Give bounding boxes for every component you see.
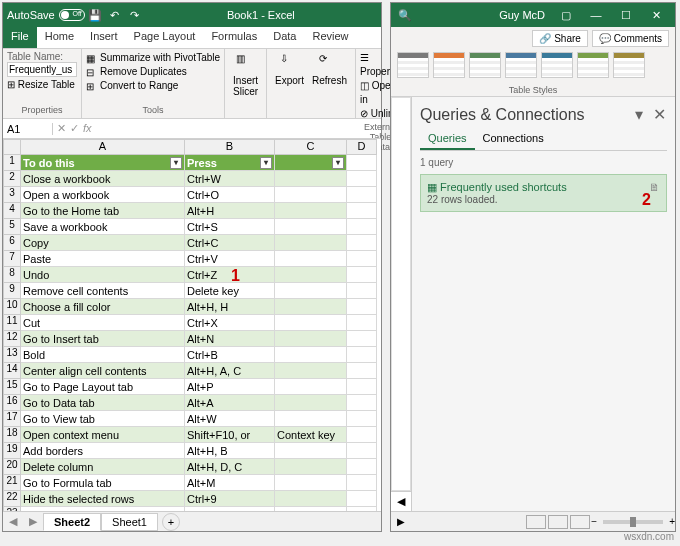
row-header[interactable]: 8 [3,267,21,283]
row-header[interactable]: 14 [3,363,21,379]
cell[interactable] [275,299,347,315]
cell[interactable] [347,459,377,475]
table-header-b[interactable]: Press▾ [185,155,275,171]
cell[interactable]: Center align cell contents [21,363,185,379]
sheet-tab-sheet1[interactable]: Sheet1 [101,513,158,531]
row-header[interactable]: 9 [3,283,21,299]
cell[interactable] [275,219,347,235]
col-header-a[interactable]: A [21,139,185,155]
refresh-button[interactable]: ⟳Refresh [308,51,351,116]
row-header[interactable]: 6 [3,235,21,251]
cell[interactable] [275,251,347,267]
cell[interactable]: Delete column [21,459,185,475]
sheet-tab-sheet2[interactable]: Sheet2 [43,513,101,531]
cell[interactable]: Go to Data tab [21,395,185,411]
table-style-5[interactable] [541,52,573,78]
row-header[interactable]: 20 [3,459,21,475]
cell[interactable]: Ctrl+B [185,347,275,363]
row-header[interactable]: 23 [3,507,21,511]
export-button[interactable]: ⇩Export [271,51,308,116]
cell[interactable]: Ctrl+O [185,187,275,203]
table-style-6[interactable] [577,52,609,78]
zoom-in-button[interactable]: + [669,516,675,527]
add-sheet-button[interactable]: + [162,513,180,531]
summarize-pivot-button[interactable]: ▦Summarize with PivotTable [86,51,220,65]
cell[interactable] [347,411,377,427]
cell[interactable] [275,379,347,395]
col-header-d[interactable]: D [347,139,377,155]
comments-button[interactable]: 💬 Comments [592,30,669,47]
cell[interactable]: Delete key [185,283,275,299]
cell[interactable]: Ctrl+S [185,219,275,235]
cell[interactable]: Add borders [21,443,185,459]
fx-icon[interactable]: fx [83,122,92,135]
cell[interactable]: Hide the selected rows [21,491,185,507]
cell[interactable]: Ctrl+0 [185,507,275,511]
tab-home[interactable]: Home [37,27,82,48]
cell[interactable]: Ctrl+Z [185,267,275,283]
resize-table-button[interactable]: ⊞ Resize Table [7,79,77,90]
redo-icon[interactable]: ↷ [127,7,143,23]
cancel-icon[interactable]: ✕ [57,122,66,135]
qc-tab-connections[interactable]: Connections [475,128,552,150]
cell[interactable]: Context key [275,427,347,443]
user-name[interactable]: Guy McD [493,9,551,21]
col-header-b[interactable]: B [185,139,275,155]
cell[interactable] [275,235,347,251]
cell[interactable]: Go to the Home tab [21,203,185,219]
cell[interactable]: Remove cell contents [21,283,185,299]
cell[interactable] [347,219,377,235]
cell[interactable] [275,187,347,203]
row-header[interactable]: 1 [3,155,21,171]
cell[interactable]: Ctrl+V [185,251,275,267]
view-layout-button[interactable] [548,515,568,529]
cell[interactable]: Alt+A [185,395,275,411]
cell[interactable] [347,443,377,459]
cell[interactable] [347,395,377,411]
cell[interactable]: Go to Page Layout tab [21,379,185,395]
row-header[interactable]: 10 [3,299,21,315]
toggle-off-icon[interactable]: Off [59,9,85,21]
cell[interactable]: Hide the selected columns [21,507,185,511]
col-header-c[interactable]: C [275,139,347,155]
cell[interactable] [347,267,377,283]
cell[interactable] [275,507,347,511]
close-button[interactable]: ✕ [641,3,671,27]
cell[interactable] [347,363,377,379]
cell[interactable]: Alt+H, H [185,299,275,315]
cell[interactable]: Alt+H [185,203,275,219]
cell[interactable] [275,395,347,411]
save-icon[interactable]: 💾 [87,7,103,23]
row-header[interactable]: 18 [3,427,21,443]
row-header[interactable]: 7 [3,251,21,267]
table-styles-gallery[interactable] [391,50,675,84]
tab-review[interactable]: Review [304,27,356,48]
share-button[interactable]: 🔗 Share [532,30,587,47]
cell[interactable] [275,331,347,347]
cell[interactable] [347,203,377,219]
close-panel-icon[interactable]: ✕ [651,105,667,124]
tab-formulas[interactable]: Formulas [203,27,265,48]
cell[interactable] [347,379,377,395]
cell[interactable] [275,203,347,219]
table-header-a[interactable]: To do this▾ [21,155,185,171]
cell[interactable] [275,315,347,331]
table-style-4[interactable] [505,52,537,78]
cell[interactable]: Choose a fill color [21,299,185,315]
cell[interactable]: Go to Formula tab [21,475,185,491]
maximize-button[interactable]: ☐ [611,3,641,27]
row-header[interactable]: 5 [3,219,21,235]
filter-drop-icon[interactable]: ▾ [170,157,182,169]
cell[interactable] [347,171,377,187]
cell[interactable] [347,331,377,347]
cell[interactable]: Alt+P [185,379,275,395]
cell[interactable] [347,155,377,171]
filter-drop-icon[interactable]: ▾ [260,157,272,169]
cell[interactable]: Copy [21,235,185,251]
row-header[interactable]: 2 [3,171,21,187]
cell[interactable]: Alt+N [185,331,275,347]
row-header[interactable]: 16 [3,395,21,411]
table-style-7[interactable] [613,52,645,78]
cell[interactable] [347,427,377,443]
search-icon[interactable]: 🔍 [397,7,413,23]
